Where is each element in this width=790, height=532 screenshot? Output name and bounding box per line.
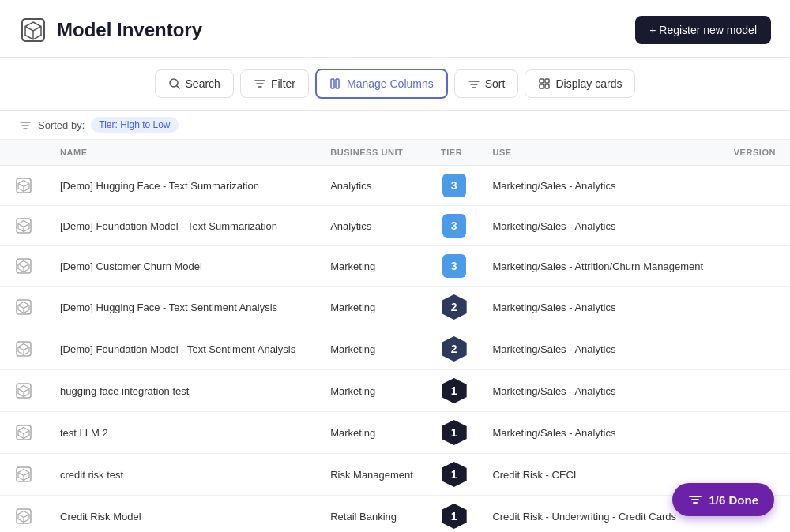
row-name: [Demo] Hugging Face - Text Sentiment Ana…: [47, 287, 318, 328]
model-icon: [13, 421, 35, 444]
table-row[interactable]: hugging face integration testMarketing1M…: [0, 370, 790, 412]
display-cards-button[interactable]: Display cards: [525, 69, 635, 98]
table-row[interactable]: test LLM 2Marketing1Marketing/Sales - An…: [0, 412, 790, 454]
row-version: [721, 287, 790, 328]
row-icon-cell: [0, 454, 47, 496]
sort-icon: [468, 77, 480, 90]
col-use: USE: [480, 140, 720, 166]
row-business-unit: Retail Banking: [318, 496, 428, 533]
row-tier: 1: [428, 496, 480, 533]
row-version: [721, 370, 790, 412]
model-icon: [13, 296, 35, 318]
row-tier: 2: [428, 328, 480, 370]
row-version: [721, 166, 790, 206]
row-tier: 3: [428, 166, 480, 206]
svg-rect-4: [540, 79, 544, 83]
row-icon-cell: [0, 412, 47, 454]
row-icon-cell: [0, 328, 47, 370]
model-icon: [13, 505, 35, 527]
header-left: Model Inventory: [19, 16, 202, 44]
sort-badge: Tier: High to Low: [91, 117, 178, 133]
row-business-unit: Marketing: [318, 287, 428, 328]
model-icon: [13, 380, 35, 402]
table-row[interactable]: Credit Risk ModelRetail Banking1Credit R…: [0, 496, 790, 533]
row-use: Marketing/Sales - Analytics: [480, 328, 720, 370]
col-version: VERSION: [721, 140, 790, 166]
row-icon-cell: [0, 246, 47, 287]
row-tier: 1: [428, 412, 480, 454]
table-row[interactable]: [Demo] Hugging Face - Text Sentiment Ana…: [0, 287, 790, 328]
row-name: [Demo] Foundation Model - Text Sentiment…: [47, 328, 318, 370]
done-label: 1/6 Done: [709, 493, 758, 507]
row-business-unit: Risk Management: [318, 454, 428, 496]
svg-rect-7: [545, 84, 549, 88]
row-business-unit: Marketing: [318, 370, 428, 412]
row-name: [Demo] Customer Churn Model: [47, 246, 318, 287]
sort-info-bar: Sorted by: Tier: High to Low: [0, 111, 790, 140]
row-use: Marketing/Sales - Analytics: [480, 412, 720, 454]
page-title: Model Inventory: [57, 19, 202, 41]
row-business-unit: Analytics: [318, 206, 428, 246]
filter-icon: [254, 77, 266, 90]
row-tier: 2: [428, 287, 480, 328]
row-tier: 3: [428, 206, 480, 246]
svg-rect-6: [540, 84, 544, 88]
row-business-unit: Marketing: [318, 246, 428, 287]
model-icon: [13, 215, 35, 237]
sort-button[interactable]: Sort: [454, 69, 519, 98]
row-business-unit: Analytics: [318, 166, 428, 206]
table-row[interactable]: [Demo] Foundation Model - Text Summariza…: [0, 206, 790, 246]
svg-rect-2: [331, 79, 334, 88]
row-tier: 1: [428, 370, 480, 412]
svg-rect-3: [336, 79, 339, 88]
row-tier: 3: [428, 246, 480, 287]
table-header-row: NAME BUSINESS UNIT TIER USE VERSION: [0, 140, 790, 166]
svg-rect-5: [545, 79, 549, 83]
row-name: Credit Risk Model: [47, 496, 318, 533]
table-row[interactable]: [Demo] Foundation Model - Text Sentiment…: [0, 328, 790, 370]
row-business-unit: Marketing: [318, 328, 428, 370]
table-row[interactable]: [Demo] Customer Churn ModelMarketing3Mar…: [0, 246, 790, 287]
table-row[interactable]: credit risk testRisk Management1Credit R…: [0, 454, 790, 496]
sort-info-icon: [19, 118, 32, 131]
row-use: Marketing/Sales - Analytics: [480, 166, 720, 206]
row-icon-cell: [0, 496, 47, 533]
done-icon: [688, 493, 702, 507]
row-version: [721, 246, 790, 287]
col-tier: TIER: [428, 140, 480, 166]
row-name: test LLM 2: [47, 412, 318, 454]
row-icon-cell: [0, 166, 47, 206]
col-name: NAME: [47, 140, 318, 166]
model-icon: [13, 338, 35, 360]
app-logo-icon: [19, 16, 47, 44]
model-icon: [13, 174, 35, 197]
model-icon: [13, 463, 35, 485]
row-version: [721, 328, 790, 370]
row-name: [Demo] Foundation Model - Text Summariza…: [47, 206, 318, 246]
model-table: NAME BUSINESS UNIT TIER USE VERSION [Dem…: [0, 140, 790, 532]
row-use: Marketing/Sales - Attrition/Churn Manage…: [480, 246, 720, 287]
row-use: Marketing/Sales - Analytics: [480, 287, 720, 328]
sorted-by-label: Sorted by:: [38, 119, 85, 131]
row-icon-cell: [0, 287, 47, 328]
row-use: Marketing/Sales - Analytics: [480, 206, 720, 246]
filter-button[interactable]: Filter: [240, 69, 309, 98]
row-tier: 1: [428, 454, 480, 496]
row-icon-cell: [0, 206, 47, 246]
register-new-model-button[interactable]: + Register new model: [635, 16, 771, 44]
table-row[interactable]: [Demo] Hugging Face - Text Summarization…: [0, 166, 790, 206]
row-name: [Demo] Hugging Face - Text Summarization: [47, 166, 318, 206]
done-button[interactable]: 1/6 Done: [672, 483, 774, 516]
row-name: hugging face integration test: [47, 370, 318, 412]
row-version: [721, 412, 790, 454]
model-icon: [13, 255, 35, 277]
manage-columns-button[interactable]: Manage Columns: [315, 69, 448, 99]
col-checkbox: [0, 140, 47, 166]
search-button[interactable]: Search: [155, 69, 234, 98]
toolbar: Search Filter Manage Columns Sort: [0, 58, 790, 111]
search-icon: [168, 77, 181, 90]
page-header: Model Inventory + Register new model: [0, 0, 790, 58]
row-name: credit risk test: [47, 454, 318, 496]
row-use: Marketing/Sales - Analytics: [480, 370, 720, 412]
columns-icon: [329, 77, 342, 90]
